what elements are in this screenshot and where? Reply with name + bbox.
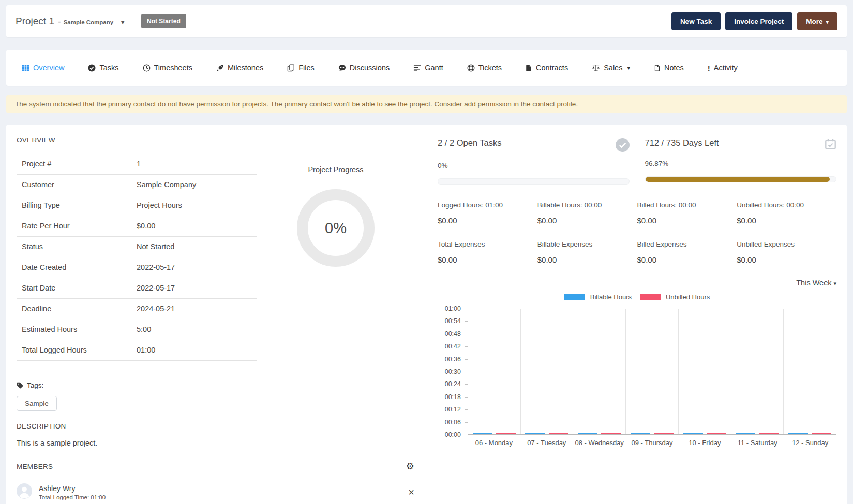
status-badge: Not Started [141, 14, 186, 28]
more-button[interactable]: More▾ [797, 12, 837, 30]
tab-overview[interactable]: Overview [22, 64, 64, 72]
tab-timesheets[interactable]: Timesheets [143, 64, 192, 72]
tab-milestones[interactable]: Milestones [216, 64, 263, 72]
tab-label: Tasks [99, 64, 118, 72]
stat-label: Billable Hours: 00:00 [537, 201, 637, 209]
stat-value: $0.00 [438, 255, 537, 264]
chart-column-09-thursday [626, 309, 679, 434]
life-ring-icon [467, 64, 475, 72]
stat-label: Billed Expenses [637, 240, 737, 248]
row-value: Not Started [131, 237, 257, 257]
chevron-down-icon[interactable]: ▼ [119, 19, 126, 26]
stat-label: Unbilled Hours: 00:00 [737, 201, 836, 209]
tab-label: Timesheets [154, 64, 192, 72]
y-axis-tick [465, 334, 468, 334]
tag-chips: Sample [17, 396, 414, 411]
header-buttons: New TaskInvoice ProjectMore▾ [671, 12, 837, 30]
title-dash: - [58, 17, 61, 27]
tab-files[interactable]: Files [287, 64, 315, 72]
stat-value: $0.00 [637, 255, 737, 264]
bar-billable-hours [631, 433, 650, 434]
stat-cell-logged-hours: Logged Hours: 01:00$0.00 [438, 201, 537, 225]
open-tasks-block: 2 / 2 Open Tasks 0% [438, 138, 630, 185]
stat-label: Unbilled Expenses [737, 240, 836, 248]
chart-column-12-sunday [784, 309, 836, 434]
stat-value: $0.00 [537, 255, 637, 264]
bar-unbilled-hours [654, 433, 674, 434]
stat-label: Logged Hours: 01:00 [438, 201, 537, 209]
chart-column-07-tuesday [521, 309, 574, 434]
hours-chart: Billable HoursUnbilled Hours 01:0000:540… [438, 293, 836, 447]
tag-icon [17, 382, 23, 389]
y-axis-tick-label: 00:48 [445, 330, 461, 338]
days-left-progress-bar [645, 176, 837, 182]
bar-billable-hours [736, 433, 755, 434]
tag-chip-sample[interactable]: Sample [17, 396, 57, 411]
tab-tickets[interactable]: Tickets [467, 64, 502, 72]
tab-label: Milestones [228, 64, 263, 72]
tab-activity[interactable]: !Activity [708, 64, 738, 72]
gear-icon[interactable]: ⚙ [406, 462, 414, 471]
legend-item-unbilled-hours[interactable]: Unbilled Hours [640, 293, 710, 301]
row-label: Date Created [17, 257, 131, 278]
y-axis-tick [465, 346, 468, 347]
tab-discussions[interactable]: Discussions [338, 64, 390, 72]
row-value: 01:00 [131, 340, 257, 361]
row-label: Project # [17, 154, 131, 175]
legend-swatch [640, 294, 661, 300]
bar-unbilled-hours [707, 433, 726, 434]
stat-value: $0.00 [737, 216, 836, 225]
stat-label: Billable Expenses [537, 240, 637, 248]
tab-label: Overview [33, 64, 64, 72]
stat-label: Billed Hours: 00:00 [637, 201, 737, 209]
check-circle-icon [88, 64, 96, 72]
tab-bar: OverviewTasksTimesheetsMilestonesFilesDi… [6, 50, 847, 86]
description-heading: DESCRIPTION [17, 422, 414, 430]
week-filter-dropdown[interactable]: This Week▾ [796, 279, 836, 287]
stat-value: $0.00 [537, 216, 637, 225]
legend-label: Unbilled Hours [666, 293, 710, 301]
member-name[interactable]: Ashley Wry [39, 484, 106, 493]
row-label: Billing Type [17, 195, 131, 216]
tab-contracts[interactable]: Contracts [526, 64, 568, 72]
permission-warning-banner: The system indicated that the primary co… [6, 95, 847, 113]
files-icon [287, 64, 295, 72]
y-axis-tick [465, 309, 468, 309]
tab-notes[interactable]: Notes [654, 64, 684, 72]
days-left-percent: 96.87% [645, 160, 837, 167]
chart-column-11-saturday [731, 309, 784, 434]
rocket-icon [216, 64, 224, 72]
project-title-dropdown[interactable]: Project 1 - Sample Company ▼ [16, 16, 126, 27]
chevron-down-icon: ▾ [833, 280, 836, 286]
y-axis-tick [465, 321, 468, 322]
invoice-project-button[interactable]: Invoice Project [725, 12, 792, 30]
tab-tasks[interactable]: Tasks [88, 64, 118, 72]
project-progress-block: Project Progress 0% [257, 165, 414, 361]
y-axis-tick-label: 00:36 [445, 356, 461, 363]
page-title: Project 1 [16, 16, 54, 27]
comment-icon [338, 64, 346, 72]
member-row: Ashley WryTotal Logged Time: 01:00× [17, 483, 414, 501]
row-value: 2022-05-17 [131, 257, 257, 278]
bar-unbilled-hours [496, 433, 516, 434]
stat-cell-billable-expenses: Billable Expenses$0.00 [537, 240, 637, 264]
row-label: Total Logged Hours [17, 340, 131, 361]
members-heading: MEMBERS [17, 463, 53, 470]
chart-x-axis: 06 - Monday07 - Tuesday08 - Wednesday09 … [468, 439, 836, 447]
row-value: Sample Company [131, 175, 257, 195]
row-value: 2022-05-17 [131, 278, 257, 299]
tab-sales[interactable]: Sales▾ [592, 64, 630, 72]
tab-gantt[interactable]: Gantt [413, 64, 443, 72]
x-axis-label: 10 - Friday [678, 439, 731, 447]
legend-item-billable-hours[interactable]: Billable Hours [564, 293, 632, 301]
days-left-block: 712 / 735 Days Left 96.87% [645, 138, 837, 185]
table-row-project: Project #1 [17, 154, 257, 175]
y-axis-tick [465, 397, 468, 398]
bar-unbilled-hours [812, 433, 831, 434]
open-tasks-title: 2 / 2 Open Tasks [438, 138, 502, 148]
chart-plot [468, 309, 836, 435]
new-task-button[interactable]: New Task [671, 12, 721, 30]
remove-member-icon[interactable]: × [408, 487, 414, 497]
project-progress-label: Project Progress [308, 165, 363, 174]
table-row-billing-type: Billing TypeProject Hours [17, 195, 257, 216]
